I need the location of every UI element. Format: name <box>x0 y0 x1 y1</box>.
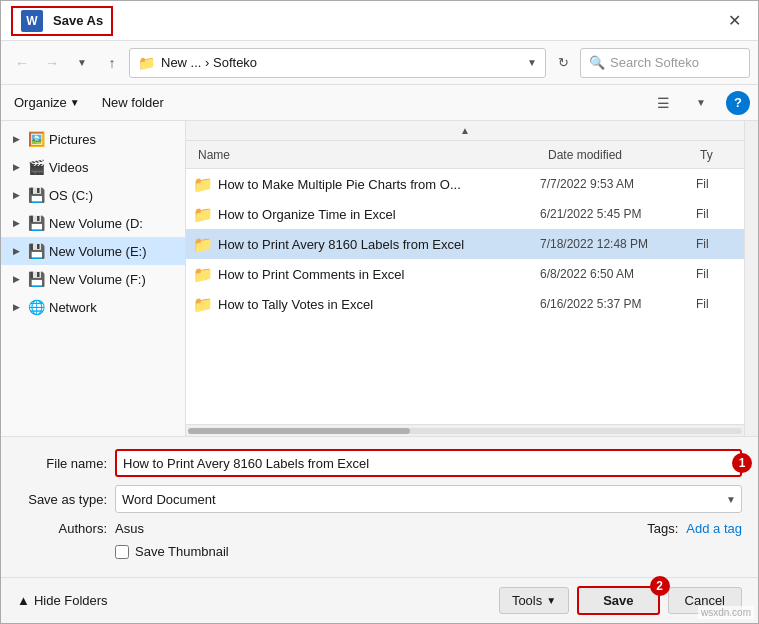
expand-icon: ▶ <box>9 188 23 202</box>
file-date-3: 7/18/2022 12:48 PM <box>540 237 690 251</box>
pictures-icon: 🖼️ <box>27 130 45 148</box>
file-type-5: Fil <box>696 297 736 311</box>
sidebar-item-new-volume-d[interactable]: ▶ 💾 New Volume (D: <box>1 209 185 237</box>
view-button[interactable]: ☰ <box>650 90 676 116</box>
address-dropdown-icon[interactable]: ▼ <box>527 57 537 68</box>
form-area: File name: 1 Save as type: Word Document… <box>1 436 758 577</box>
column-type[interactable]: Ty <box>696 148 736 162</box>
title-bar: W Save As ✕ <box>1 1 758 41</box>
forward-button[interactable]: → <box>39 50 65 76</box>
recent-locations-button[interactable]: ▼ <box>69 50 95 76</box>
sidebar-label-new-volume-d: New Volume (D: <box>49 216 143 231</box>
file-list: ▲ Name Date modified Ty 📁 How to Make Mu… <box>186 121 744 436</box>
authors-value: Asus <box>115 521 144 536</box>
file-item-1[interactable]: 📁 How to Make Multiple Pie Charts from O… <box>186 169 744 199</box>
file-name-5: How to Tally Votes in Excel <box>218 297 534 312</box>
file-item-2[interactable]: 📁 How to Organize Time in Excel 6/21/202… <box>186 199 744 229</box>
add-tag-link[interactable]: Add a tag <box>686 521 742 536</box>
column-date[interactable]: Date modified <box>544 148 694 162</box>
expand-icon: ▶ <box>9 160 23 174</box>
vertical-scrollbar[interactable] <box>744 121 758 436</box>
hide-folders-button[interactable]: ▲ Hide Folders <box>17 593 108 608</box>
sidebar-item-network[interactable]: ▶ 🌐 Network <box>1 293 185 321</box>
save-button[interactable]: Save <box>577 586 659 615</box>
sidebar-item-new-volume-e[interactable]: ▶ 💾 New Volume (E:) <box>1 237 185 265</box>
sidebar-item-videos[interactable]: ▶ 🎬 Videos <box>1 153 185 181</box>
folder-icon: 📁 <box>194 205 212 223</box>
folder-icon: 📁 <box>194 265 212 283</box>
file-type-4: Fil <box>696 267 736 281</box>
file-name-row: File name: 1 <box>17 449 742 477</box>
scrollbar-track <box>188 428 742 434</box>
file-date-1: 7/7/2022 9:53 AM <box>540 177 690 191</box>
main-content: ▶ 🖼️ Pictures ▶ 🎬 Videos ▶ 💾 OS (C:) ▶ 💾… <box>1 121 758 436</box>
new-folder-label: New folder <box>102 95 164 110</box>
expand-icon: ▶ <box>9 272 23 286</box>
address-folder-icon: 📁 <box>138 55 155 71</box>
sidebar-item-os-c[interactable]: ▶ 💾 OS (C:) <box>1 181 185 209</box>
folder-icon: 📁 <box>194 235 212 253</box>
search-icon: 🔍 <box>589 55 605 70</box>
new-folder-button[interactable]: New folder <box>97 92 169 113</box>
column-name[interactable]: Name <box>194 148 542 162</box>
tools-dropdown-icon: ▼ <box>546 595 556 606</box>
help-button[interactable]: ? <box>726 91 750 115</box>
address-text: New ... › Softeko <box>161 55 521 70</box>
save-type-label: Save as type: <box>17 492 107 507</box>
thumbnail-label: Save Thumbnail <box>135 544 229 559</box>
organize-button[interactable]: Organize ▼ <box>9 92 85 113</box>
title-bar-border: W Save As <box>11 6 113 36</box>
file-name-label: File name: <box>17 456 107 471</box>
save-as-dialog: W Save As ✕ ← → ▼ ↑ 📁 New ... › Softeko … <box>0 0 759 624</box>
hide-folders-icon: ▲ <box>17 593 30 608</box>
expand-icon: ▶ <box>9 216 23 230</box>
back-button[interactable]: ← <box>9 50 35 76</box>
file-name-1: How to Make Multiple Pie Charts from O..… <box>218 177 534 192</box>
sidebar-label-videos: Videos <box>49 160 89 175</box>
address-box[interactable]: 📁 New ... › Softeko ▼ <box>129 48 546 78</box>
videos-icon: 🎬 <box>27 158 45 176</box>
file-type-2: Fil <box>696 207 736 221</box>
sidebar-item-pictures[interactable]: ▶ 🖼️ Pictures <box>1 125 185 153</box>
file-item-5[interactable]: 📁 How to Tally Votes in Excel 6/16/2022 … <box>186 289 744 319</box>
file-item-4[interactable]: 📁 How to Print Comments in Excel 6/8/202… <box>186 259 744 289</box>
expand-icon: ▶ <box>9 244 23 258</box>
save-type-row: Save as type: Word Document ▼ <box>17 485 742 513</box>
file-name-3: How to Print Avery 8160 Labels from Exce… <box>218 237 534 252</box>
close-button[interactable]: ✕ <box>720 7 748 35</box>
file-name-input[interactable] <box>115 449 742 477</box>
badge-1: 1 <box>732 453 752 473</box>
network-icon: 🌐 <box>27 298 45 316</box>
refresh-button[interactable]: ↻ <box>550 50 576 76</box>
file-name-2: How to Organize Time in Excel <box>218 207 534 222</box>
sidebar-item-new-volume-f[interactable]: ▶ 💾 New Volume (F:) <box>1 265 185 293</box>
dialog-title: Save As <box>53 13 103 28</box>
file-date-5: 6/16/2022 5:37 PM <box>540 297 690 311</box>
os-c-icon: 💾 <box>27 186 45 204</box>
file-type-3: Fil <box>696 237 736 251</box>
folder-icon: 📁 <box>194 175 212 193</box>
view-dropdown-button[interactable]: ▼ <box>688 90 714 116</box>
save-type-wrapper: Word Document ▼ <box>115 485 742 513</box>
new-volume-d-icon: 💾 <box>27 214 45 232</box>
up-button[interactable]: ↑ <box>99 50 125 76</box>
organize-label: Organize <box>14 95 67 110</box>
horizontal-scrollbar[interactable] <box>186 424 744 436</box>
tools-label: Tools <box>512 593 542 608</box>
thumbnail-checkbox[interactable] <box>115 545 129 559</box>
thumbnail-row: Save Thumbnail <box>115 544 742 559</box>
scrollbar-thumb[interactable] <box>188 428 410 434</box>
file-list-header: Name Date modified Ty <box>186 141 744 169</box>
action-bar: ▲ Hide Folders Tools ▼ Save 2 Cancel <box>1 577 758 623</box>
file-name-input-wrapper: 1 <box>115 449 742 477</box>
file-item-3[interactable]: 📁 How to Print Avery 8160 Labels from Ex… <box>186 229 744 259</box>
tools-button[interactable]: Tools ▼ <box>499 587 569 614</box>
save-type-select[interactable]: Word Document <box>115 485 742 513</box>
new-volume-f-icon: 💾 <box>27 270 45 288</box>
sidebar-label-new-volume-e: New Volume (E:) <box>49 244 147 259</box>
word-icon: W <box>21 10 43 32</box>
sidebar-label-new-volume-f: New Volume (F:) <box>49 272 146 287</box>
sort-indicator: ▲ <box>460 125 470 136</box>
search-box[interactable]: 🔍 Search Softeko <box>580 48 750 78</box>
watermark: wsxdn.com <box>698 606 754 619</box>
